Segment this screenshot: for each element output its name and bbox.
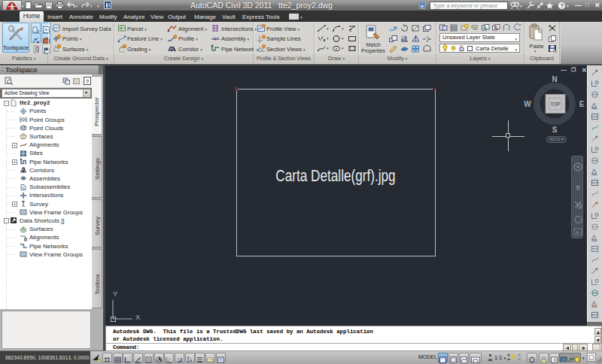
svg-text:N: N <box>552 75 557 83</box>
svg-text:W: W <box>524 100 531 108</box>
svg-text:X: X <box>135 313 141 321</box>
svg-text:S: S <box>552 126 558 134</box>
svg-text:TOP: TOP <box>550 102 560 107</box>
svg-text:E: E <box>579 100 585 108</box>
svg-text:Y: Y <box>113 290 118 298</box>
svg-text:?: ? <box>560 2 564 9</box>
